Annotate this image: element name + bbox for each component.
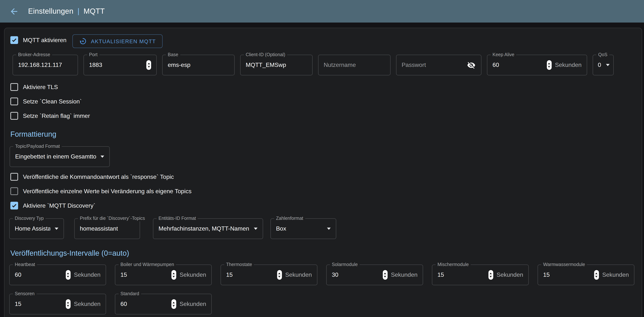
checkbox-unchecked-icon [10,173,18,181]
intervals-row-1: Heartbeat 60 Sekunden Boiler und Wärmepu… [9,264,634,285]
number-stepper-icon[interactable] [172,299,176,309]
topic-payload-format-label: Topic/Payload Format [13,144,62,149]
clean-session-checkbox[interactable]: Setze `Clean Session` [10,98,90,105]
arrow-drop-down-icon [327,228,331,230]
mqtt-enable-checkbox[interactable]: MQTT aktivieren [10,36,66,44]
username-field[interactable]: Nutzername [318,55,390,75]
number-stepper-icon[interactable] [488,270,493,280]
mqtt-enable-label: MQTT aktivieren [23,37,66,44]
intervals-row-2: Sensoren 15 Sekunden Standard 60 Sekunde… [9,294,212,314]
keep-alive-value: 60 [492,62,499,68]
username-placeholder: Nutzername [324,62,356,68]
arrow-drop-down-icon [606,64,610,66]
topic-payload-format-select[interactable]: Topic/Payload Format Eingebettet in eine… [10,146,110,167]
formatting-heading: Formattierung [10,130,56,138]
toggle-password-visibility-button[interactable] [466,60,476,70]
settings-backup-restore-icon [79,37,87,45]
discovery-type-select[interactable]: Discovery Typ Home Assistant [9,218,64,239]
checkbox-unchecked-icon [10,112,18,120]
base-value: ems-esp [168,62,190,68]
publish-intervals-heading: Veröffentlichungs-Intervalle (0=auto) [10,249,129,258]
page-title-primary: Einstellungen [28,7,73,16]
mqtt-discovery-checkbox[interactable]: Aktiviere `MQTT Discovery` [10,202,192,210]
client-id-field[interactable]: Client-ID (Optional) MQTT_EMSwp [240,55,312,75]
checkbox-checked-icon [10,202,18,210]
thermostat-interval-field[interactable]: Thermostate 15 Sekunden [220,264,318,285]
arrow-drop-down-icon [55,228,58,230]
arrow-drop-down-icon [100,156,104,158]
topic-payload-format-value: Eingebettet in einem Gesamttopic [15,153,96,160]
keep-alive-label: Keep Alive [491,52,516,58]
boiler-interval-field[interactable]: Boiler und Wärmepumpen 15 Sekunden [115,264,212,285]
discovery-fields-row: Discovery Typ Home Assistant Prefix für … [4,218,642,239]
checkbox-unchecked-icon [10,98,18,105]
heartbeat-interval-field[interactable]: Heartbeat 60 Sekunden [9,264,106,285]
password-placeholder: Passwort [402,62,426,68]
client-id-label: Client-ID (Optional) [244,52,287,58]
entity-id-format-select[interactable]: Entitäts-ID Format Mehrfachinstanzen, MQ… [153,218,263,239]
retain-flag-checkbox[interactable]: Setze `Retain flag` immer [10,112,90,120]
broker-address-label: Broker-Adresse [16,52,52,58]
default-interval-field[interactable]: Standard 60 Sekunden [115,294,212,314]
connection-fields-row: Broker-Adresse 192.168.121.117 Port 1883… [12,55,614,75]
qos-label: QoS [596,52,609,58]
back-button[interactable] [5,2,23,20]
qos-select[interactable]: QoS 0 [593,55,614,75]
app-bar: Einstellungen | MQTT [0,0,644,22]
connection-options-group: Aktiviere TLS Setze `Clean Session` Setz… [10,83,90,120]
page-title-secondary: MQTT [84,7,105,16]
number-stepper-icon[interactable] [383,270,388,280]
port-field[interactable]: Port 1883 [84,55,157,75]
discovery-prefix-field[interactable]: Prefix für die `Discovery`-Topics homeas… [74,218,140,239]
page-title: Einstellungen | MQTT [28,7,105,16]
broker-address-value: 192.168.121.117 [18,62,62,68]
checkbox-unchecked-icon [10,187,18,195]
base-field[interactable]: Base ems-esp [162,55,234,75]
checkbox-unchecked-icon [10,83,18,91]
qos-value: 0 [598,62,601,68]
publish-single-values-checkbox[interactable]: Veröffentliche einzelne Werte bei Veränd… [10,187,192,195]
refresh-mqtt-button-label: AKTUALISIEREN MQTT [91,38,156,44]
number-stepper-icon[interactable] [66,299,70,309]
visibility-off-icon [467,61,475,69]
checkbox-checked-icon [10,36,18,44]
number-stepper-icon[interactable] [66,270,70,280]
title-separator: | [78,7,80,16]
arrow-drop-down-icon [254,228,258,230]
number-stepper-icon[interactable] [547,60,552,70]
solar-interval-field[interactable]: Solarmodule 30 Sekunden [326,264,423,285]
publish-options-group: Veröffentliche die Kommandoantwort als `… [10,173,192,210]
number-stepper-icon[interactable] [594,270,599,280]
number-stepper-icon[interactable] [172,270,176,280]
port-value: 1883 [89,62,102,68]
client-id-value: MQTT_EMSwp [246,62,286,68]
broker-address-field[interactable]: Broker-Adresse 192.168.121.117 [12,55,78,75]
mqtt-settings-panel: MQTT aktivieren AKTUALISIEREN MQTT Broke… [4,28,642,317]
keep-alive-field[interactable]: Keep Alive 60 Sekunden [487,55,587,75]
base-label: Base [166,52,180,58]
mixer-interval-field[interactable]: Mischermodule 15 Sekunden [432,264,529,285]
number-stepper-icon[interactable] [277,270,282,280]
keep-alive-unit: Sekunden [555,62,582,68]
number-stepper-icon[interactable] [146,60,151,70]
sensors-interval-field[interactable]: Sensoren 15 Sekunden [9,294,106,314]
arrow-back-icon [9,6,19,16]
password-field[interactable]: Passwort [396,55,482,75]
port-label: Port [87,52,100,58]
enable-tls-checkbox[interactable]: Aktiviere TLS [10,83,90,91]
water-heater-interval-field[interactable]: Warmwassermodule 15 Sekunden [538,264,634,285]
refresh-mqtt-button[interactable]: AKTUALISIEREN MQTT [72,34,162,48]
publish-response-checkbox[interactable]: Veröffentliche die Kommandoantwort als `… [10,173,192,181]
number-format-select[interactable]: Zahlenformat Box [270,218,336,239]
